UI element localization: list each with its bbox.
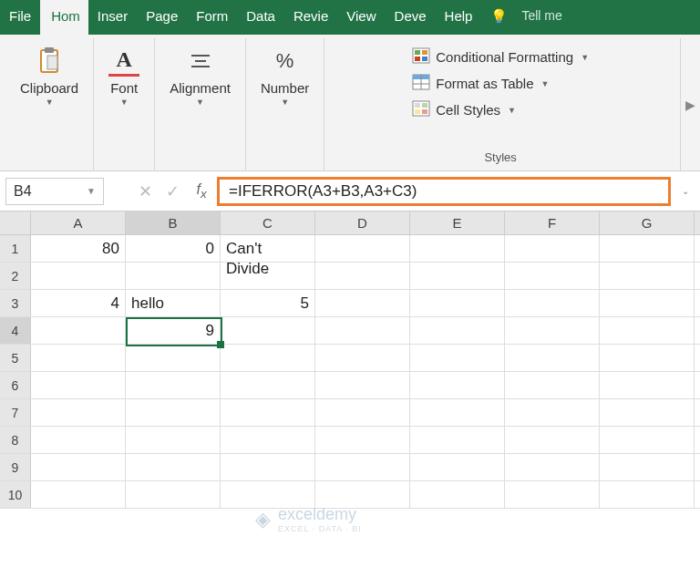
cell-C8[interactable] — [221, 427, 315, 453]
cell-E1[interactable] — [410, 235, 505, 262]
cell-G10[interactable] — [600, 481, 695, 508]
cell-A10[interactable] — [31, 481, 126, 508]
cell-F10[interactable] — [505, 481, 600, 508]
cancel-formula-button[interactable]: ✕ — [131, 181, 159, 201]
cell-G1[interactable] — [600, 235, 695, 262]
formula-bar-expand[interactable]: ⌄ — [676, 186, 695, 196]
cell-D8[interactable] — [315, 427, 410, 453]
tab-developer[interactable]: Deve — [386, 0, 436, 35]
cell-A8[interactable] — [31, 427, 126, 453]
tab-insert[interactable]: Inser — [88, 0, 137, 35]
row-header-1[interactable]: 1 — [0, 235, 31, 262]
row-header-4[interactable]: 4 — [0, 317, 31, 344]
cell-A9[interactable] — [31, 454, 126, 480]
cell-B2[interactable] — [126, 263, 221, 289]
ribbon-scroll-right[interactable]: ▶ — [680, 38, 700, 170]
tab-page-layout[interactable]: Page — [137, 0, 187, 35]
cell-F6[interactable] — [505, 372, 600, 398]
cell-A4[interactable] — [31, 317, 126, 344]
tab-review[interactable]: Revie — [284, 0, 337, 35]
cell-C4[interactable] — [221, 317, 315, 344]
cell-F1[interactable] — [505, 235, 600, 262]
tab-help[interactable]: Help — [436, 0, 482, 35]
cell-C5[interactable] — [221, 345, 315, 371]
cell-B10[interactable] — [126, 481, 221, 508]
cell-B4[interactable]: 9 — [126, 317, 221, 344]
cell-E9[interactable] — [410, 454, 505, 480]
cell-G3[interactable] — [600, 290, 695, 316]
font-button[interactable]: A Font ▼ — [105, 40, 143, 112]
cell-A7[interactable] — [31, 399, 126, 426]
cell-D6[interactable] — [315, 372, 410, 398]
cell-F9[interactable] — [505, 454, 600, 480]
cell-E4[interactable] — [410, 317, 505, 344]
cell-B1[interactable]: 0 — [126, 235, 221, 262]
cell-C1[interactable]: Can't Divide — [221, 235, 315, 262]
cell-E6[interactable] — [410, 372, 505, 398]
enter-formula-button[interactable]: ✓ — [159, 181, 186, 201]
fx-icon[interactable]: fx — [186, 181, 217, 201]
cell-F4[interactable] — [505, 317, 600, 344]
col-header-F[interactable]: F — [505, 211, 600, 234]
cell-B3[interactable]: hello — [126, 290, 221, 316]
row-header-6[interactable]: 6 — [0, 372, 31, 398]
clipboard-button[interactable]: Clipboard ▼ — [16, 40, 82, 112]
row-header-8[interactable]: 8 — [0, 427, 31, 453]
cell-C9[interactable] — [221, 454, 315, 480]
cell-D4[interactable] — [315, 317, 410, 344]
alignment-button[interactable]: Alignment ▼ — [166, 40, 234, 112]
tab-data[interactable]: Data — [237, 0, 284, 35]
cell-E10[interactable] — [410, 481, 505, 508]
row-header-10[interactable]: 10 — [0, 481, 31, 508]
cell-B8[interactable] — [126, 427, 221, 453]
cell-D7[interactable] — [315, 399, 410, 426]
format-as-table-button[interactable]: Format as Table ▼ — [410, 70, 591, 97]
select-all-button[interactable] — [0, 211, 31, 234]
cell-G8[interactable] — [600, 427, 695, 453]
cell-A1[interactable]: 80 — [31, 235, 126, 262]
cell-F2[interactable] — [505, 263, 600, 289]
cell-B9[interactable] — [126, 454, 221, 480]
cell-C2[interactable] — [221, 263, 315, 289]
col-header-G[interactable]: G — [600, 211, 695, 234]
cell-D10[interactable] — [315, 481, 410, 508]
cell-B6[interactable] — [126, 372, 221, 398]
cell-G7[interactable] — [600, 399, 695, 426]
cell-E8[interactable] — [410, 427, 505, 453]
cell-C7[interactable] — [221, 399, 315, 426]
row-header-9[interactable]: 9 — [0, 454, 31, 480]
row-header-3[interactable]: 3 — [0, 290, 31, 316]
cell-E7[interactable] — [410, 399, 505, 426]
cell-G9[interactable] — [600, 454, 695, 480]
formula-input[interactable]: =IFERROR(A3+B3,A3+C3) — [217, 177, 671, 206]
cell-G2[interactable] — [600, 263, 695, 289]
cell-A6[interactable] — [31, 372, 126, 398]
tab-file[interactable]: File — [0, 0, 40, 35]
cell-B7[interactable] — [126, 399, 221, 426]
cell-D9[interactable] — [315, 454, 410, 480]
cell-D3[interactable] — [315, 290, 410, 316]
cell-E3[interactable] — [410, 290, 505, 316]
cell-E5[interactable] — [410, 345, 505, 371]
cell-E2[interactable] — [410, 263, 505, 289]
cell-F3[interactable] — [505, 290, 600, 316]
cell-B5[interactable] — [126, 345, 221, 371]
cell-G4[interactable] — [600, 317, 695, 344]
tellme-input[interactable]: Tell me — [516, 0, 700, 35]
cell-F8[interactable] — [505, 427, 600, 453]
row-header-2[interactable]: 2 — [0, 263, 31, 289]
cell-A2[interactable] — [31, 263, 126, 289]
tab-home[interactable]: Hom — [40, 0, 88, 35]
cell-A3[interactable]: 4 — [31, 290, 126, 316]
col-header-C[interactable]: C — [221, 211, 315, 234]
cell-D2[interactable] — [315, 263, 410, 289]
tab-formulas[interactable]: Form — [187, 0, 237, 35]
col-header-D[interactable]: D — [315, 211, 410, 234]
cell-F7[interactable] — [505, 399, 600, 426]
cell-styles-button[interactable]: Cell Styles ▼ — [410, 97, 591, 123]
cell-G5[interactable] — [600, 345, 695, 371]
cell-C10[interactable] — [221, 481, 315, 508]
col-header-A[interactable]: A — [31, 211, 126, 234]
conditional-formatting-button[interactable]: Conditional Formatting ▼ — [410, 44, 591, 70]
row-header-7[interactable]: 7 — [0, 399, 31, 426]
